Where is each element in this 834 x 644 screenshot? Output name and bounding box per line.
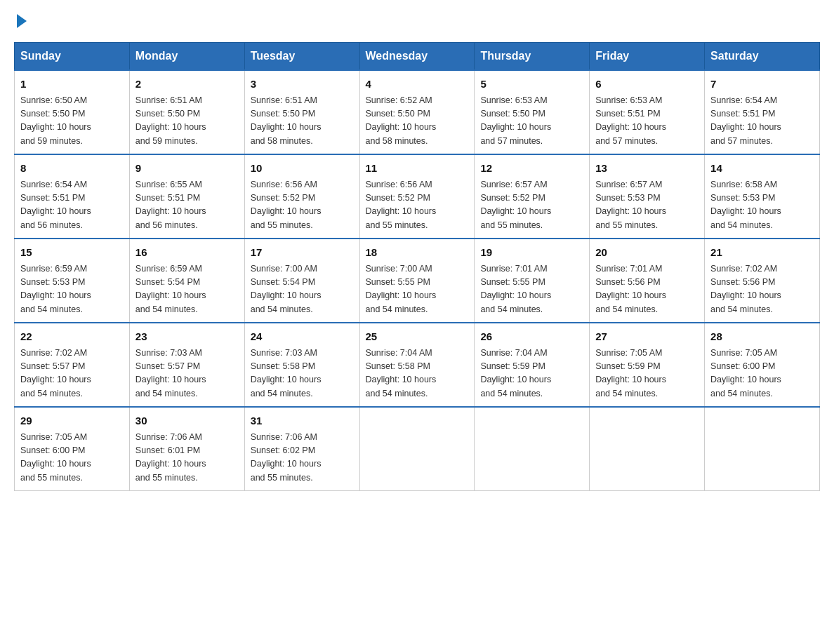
day-info: Sunrise: 6:58 AMSunset: 5:53 PMDaylight:… xyxy=(710,178,814,233)
day-info: Sunrise: 7:00 AMSunset: 5:55 PMDaylight:… xyxy=(366,262,469,317)
calendar-cell: 15 Sunrise: 6:59 AMSunset: 5:53 PMDaylig… xyxy=(15,239,130,323)
day-info: Sunrise: 7:05 AMSunset: 5:59 PMDaylight:… xyxy=(595,347,699,401)
day-number: 24 xyxy=(251,329,354,345)
week-row-2: 8 Sunrise: 6:54 AMSunset: 5:51 PMDayligh… xyxy=(15,154,820,239)
calendar-cell: 21 Sunrise: 7:02 AMSunset: 5:56 PMDaylig… xyxy=(705,239,820,323)
column-header-monday: Monday xyxy=(129,43,244,71)
day-info: Sunrise: 6:51 AMSunset: 5:50 PMDaylight:… xyxy=(135,94,239,149)
day-info: Sunrise: 6:59 AMSunset: 5:53 PMDaylight:… xyxy=(20,262,124,317)
calendar-cell: 26 Sunrise: 7:04 AMSunset: 5:59 PMDaylig… xyxy=(475,323,590,407)
page-header xyxy=(14,14,820,28)
column-header-sunday: Sunday xyxy=(15,43,130,71)
day-number: 20 xyxy=(595,245,699,261)
day-number: 8 xyxy=(20,161,124,177)
day-number: 4 xyxy=(366,76,469,93)
day-number: 18 xyxy=(366,245,469,261)
calendar-cell xyxy=(475,407,590,491)
day-info: Sunrise: 7:06 AMSunset: 6:01 PMDaylight:… xyxy=(135,431,239,485)
day-info: Sunrise: 6:51 AMSunset: 5:50 PMDaylight:… xyxy=(251,94,354,149)
column-header-tuesday: Tuesday xyxy=(244,43,359,71)
calendar-table: SundayMondayTuesdayWednesdayThursdayFrid… xyxy=(14,42,820,491)
calendar-cell: 25 Sunrise: 7:04 AMSunset: 5:58 PMDaylig… xyxy=(359,323,475,407)
day-number: 19 xyxy=(480,245,583,261)
day-info: Sunrise: 7:03 AMSunset: 5:57 PMDaylight:… xyxy=(135,347,239,401)
day-info: Sunrise: 7:05 AMSunset: 6:00 PMDaylight:… xyxy=(20,431,124,485)
calendar-cell: 14 Sunrise: 6:58 AMSunset: 5:53 PMDaylig… xyxy=(705,154,820,239)
calendar-cell: 18 Sunrise: 7:00 AMSunset: 5:55 PMDaylig… xyxy=(359,239,475,323)
day-info: Sunrise: 6:55 AMSunset: 5:51 PMDaylight:… xyxy=(135,178,239,233)
calendar-cell: 5 Sunrise: 6:53 AMSunset: 5:50 PMDayligh… xyxy=(475,70,590,154)
day-number: 23 xyxy=(135,329,239,345)
calendar-cell: 1 Sunrise: 6:50 AMSunset: 5:50 PMDayligh… xyxy=(15,70,130,154)
day-info: Sunrise: 7:06 AMSunset: 6:02 PMDaylight:… xyxy=(251,431,354,485)
calendar-cell xyxy=(705,407,820,491)
day-number: 15 xyxy=(20,245,124,261)
day-info: Sunrise: 6:57 AMSunset: 5:52 PMDaylight:… xyxy=(480,178,583,233)
column-header-wednesday: Wednesday xyxy=(359,43,475,71)
day-info: Sunrise: 7:03 AMSunset: 5:58 PMDaylight:… xyxy=(251,347,354,401)
day-info: Sunrise: 6:52 AMSunset: 5:50 PMDaylight:… xyxy=(366,94,469,149)
day-number: 13 xyxy=(595,161,699,177)
day-info: Sunrise: 6:54 AMSunset: 5:51 PMDaylight:… xyxy=(710,94,814,149)
day-info: Sunrise: 7:01 AMSunset: 5:56 PMDaylight:… xyxy=(595,262,699,317)
calendar-cell: 27 Sunrise: 7:05 AMSunset: 5:59 PMDaylig… xyxy=(590,323,705,407)
day-info: Sunrise: 6:54 AMSunset: 5:51 PMDaylight:… xyxy=(20,178,124,233)
day-number: 31 xyxy=(251,413,354,429)
day-info: Sunrise: 7:02 AMSunset: 5:56 PMDaylight:… xyxy=(710,262,814,317)
calendar-cell xyxy=(359,407,475,491)
calendar-cell: 9 Sunrise: 6:55 AMSunset: 5:51 PMDayligh… xyxy=(129,154,244,239)
column-header-friday: Friday xyxy=(590,43,705,71)
day-number: 29 xyxy=(20,413,124,429)
day-number: 16 xyxy=(135,245,239,261)
day-number: 21 xyxy=(710,245,814,261)
calendar-cell: 20 Sunrise: 7:01 AMSunset: 5:56 PMDaylig… xyxy=(590,239,705,323)
day-info: Sunrise: 6:53 AMSunset: 5:51 PMDaylight:… xyxy=(595,94,699,149)
day-info: Sunrise: 6:50 AMSunset: 5:50 PMDaylight:… xyxy=(20,94,124,149)
logo xyxy=(14,14,27,28)
calendar-cell: 31 Sunrise: 7:06 AMSunset: 6:02 PMDaylig… xyxy=(244,407,359,491)
day-number: 22 xyxy=(20,329,124,345)
calendar-cell: 3 Sunrise: 6:51 AMSunset: 5:50 PMDayligh… xyxy=(244,70,359,154)
day-number: 27 xyxy=(595,329,699,345)
day-info: Sunrise: 7:05 AMSunset: 6:00 PMDaylight:… xyxy=(710,347,814,401)
calendar-cell: 11 Sunrise: 6:56 AMSunset: 5:52 PMDaylig… xyxy=(359,154,475,239)
day-number: 7 xyxy=(710,76,814,93)
day-info: Sunrise: 7:04 AMSunset: 5:58 PMDaylight:… xyxy=(366,347,469,401)
calendar-cell: 24 Sunrise: 7:03 AMSunset: 5:58 PMDaylig… xyxy=(244,323,359,407)
day-info: Sunrise: 7:04 AMSunset: 5:59 PMDaylight:… xyxy=(480,347,583,401)
day-number: 28 xyxy=(710,329,814,345)
calendar-header-row: SundayMondayTuesdayWednesdayThursdayFrid… xyxy=(15,43,820,71)
day-number: 14 xyxy=(710,161,814,177)
day-info: Sunrise: 6:59 AMSunset: 5:54 PMDaylight:… xyxy=(135,262,239,317)
day-info: Sunrise: 7:01 AMSunset: 5:55 PMDaylight:… xyxy=(480,262,583,317)
day-number: 26 xyxy=(480,329,583,345)
day-number: 3 xyxy=(251,76,354,93)
day-number: 12 xyxy=(480,161,583,177)
day-number: 9 xyxy=(135,161,239,177)
calendar-cell: 4 Sunrise: 6:52 AMSunset: 5:50 PMDayligh… xyxy=(359,70,475,154)
day-info: Sunrise: 6:53 AMSunset: 5:50 PMDaylight:… xyxy=(480,94,583,149)
calendar-cell: 19 Sunrise: 7:01 AMSunset: 5:55 PMDaylig… xyxy=(475,239,590,323)
day-info: Sunrise: 7:00 AMSunset: 5:54 PMDaylight:… xyxy=(251,262,354,317)
column-header-saturday: Saturday xyxy=(705,43,820,71)
day-number: 25 xyxy=(366,329,469,345)
day-number: 6 xyxy=(595,76,699,93)
day-number: 1 xyxy=(20,76,124,93)
day-number: 17 xyxy=(251,245,354,261)
calendar-cell: 8 Sunrise: 6:54 AMSunset: 5:51 PMDayligh… xyxy=(15,154,130,239)
calendar-cell: 22 Sunrise: 7:02 AMSunset: 5:57 PMDaylig… xyxy=(15,323,130,407)
calendar-cell: 23 Sunrise: 7:03 AMSunset: 5:57 PMDaylig… xyxy=(129,323,244,407)
week-row-3: 15 Sunrise: 6:59 AMSunset: 5:53 PMDaylig… xyxy=(15,239,820,323)
column-header-thursday: Thursday xyxy=(475,43,590,71)
day-info: Sunrise: 6:56 AMSunset: 5:52 PMDaylight:… xyxy=(366,178,469,233)
day-info: Sunrise: 7:02 AMSunset: 5:57 PMDaylight:… xyxy=(20,347,124,401)
calendar-cell: 16 Sunrise: 6:59 AMSunset: 5:54 PMDaylig… xyxy=(129,239,244,323)
calendar-cell: 17 Sunrise: 7:00 AMSunset: 5:54 PMDaylig… xyxy=(244,239,359,323)
calendar-cell: 29 Sunrise: 7:05 AMSunset: 6:00 PMDaylig… xyxy=(15,407,130,491)
calendar-cell: 10 Sunrise: 6:56 AMSunset: 5:52 PMDaylig… xyxy=(244,154,359,239)
calendar-cell: 28 Sunrise: 7:05 AMSunset: 6:00 PMDaylig… xyxy=(705,323,820,407)
calendar-cell: 2 Sunrise: 6:51 AMSunset: 5:50 PMDayligh… xyxy=(129,70,244,154)
calendar-cell: 30 Sunrise: 7:06 AMSunset: 6:01 PMDaylig… xyxy=(129,407,244,491)
week-row-5: 29 Sunrise: 7:05 AMSunset: 6:00 PMDaylig… xyxy=(15,407,820,491)
week-row-4: 22 Sunrise: 7:02 AMSunset: 5:57 PMDaylig… xyxy=(15,323,820,407)
